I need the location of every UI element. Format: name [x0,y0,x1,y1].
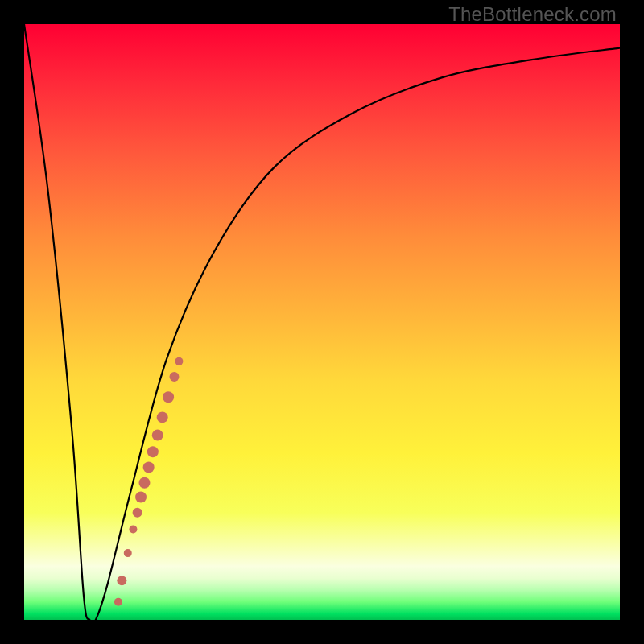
highlight-dots [114,357,183,606]
highlight-dot [114,598,122,606]
highlight-dot [133,508,142,518]
bottleneck-curve [24,24,620,620]
curve-layer [24,24,620,620]
highlight-dot [124,549,132,557]
highlight-dot [152,430,163,441]
watermark-text: TheBottleneck.com [448,3,617,26]
highlight-dot [143,462,155,473]
highlight-dot [135,492,147,503]
highlight-dot [175,357,183,365]
plot-area [24,24,620,620]
highlight-dot [138,477,150,489]
highlight-dot [129,526,137,534]
highlight-dot [163,391,174,402]
highlight-dot [169,372,179,382]
chart-frame: TheBottleneck.com [0,0,644,644]
highlight-dot [157,411,168,423]
highlight-dot [147,446,159,457]
highlight-dot [117,576,126,585]
